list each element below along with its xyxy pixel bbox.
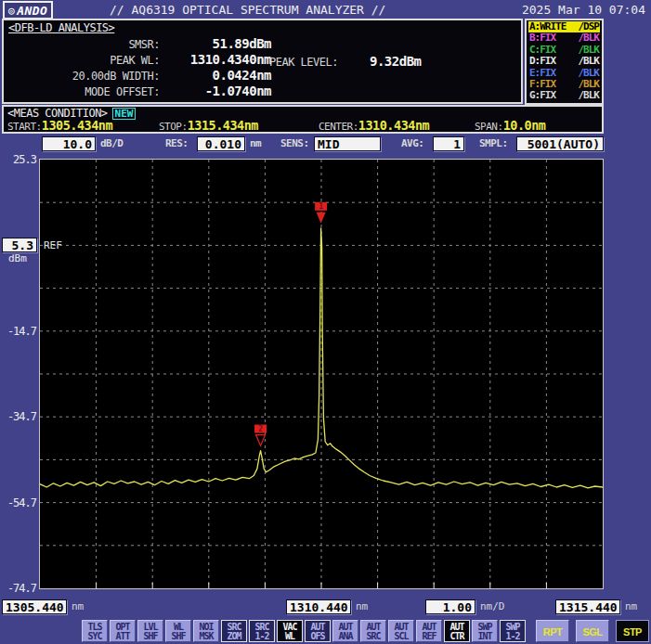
y-axis-label: -54.7: [1, 496, 36, 509]
analysis-row-value: 1310.4340nm: [160, 52, 271, 67]
average-label: AVG:: [401, 135, 424, 152]
trace-name: G:FIX: [529, 90, 555, 101]
softkey-noi-msk[interactable]: NOIMSK: [193, 620, 219, 642]
datetime-display: 2025 Mar 10 07:04: [522, 3, 645, 17]
sensitivity-label: SENS:: [280, 135, 309, 152]
meas-field: START:1305.434nm: [7, 118, 159, 133]
meas-field-value: 1315.434nm: [188, 118, 258, 133]
analysis-row-value: 0.0424nm: [160, 68, 271, 83]
x-axis-scale-unit: nm/D: [480, 599, 505, 615]
trace-row-b[interactable]: B:FIX/BLK: [528, 32, 600, 44]
meas-field-label: CENTER:: [319, 121, 358, 133]
meas-field-label: SPAN:: [475, 121, 503, 133]
analysis-row-label: PEAK WL:: [4, 54, 160, 67]
peak-level-label: PEAK LEVEL:: [269, 56, 338, 69]
softkey-label-line2: SCL: [389, 632, 413, 641]
resolution-label: RES:: [165, 135, 189, 152]
softkey-aut-ana[interactable]: AUTANA: [332, 620, 358, 642]
meas-field-label: START:: [7, 121, 42, 133]
softkey-aut-ctr[interactable]: AUTCTR: [444, 620, 470, 642]
softkey-src-zom[interactable]: SRCZOM: [221, 620, 247, 642]
softkey-label-line2: OFS: [306, 632, 330, 641]
analysis-row-label: MODE OFFSET:: [4, 85, 160, 98]
y-axis-label: -34.7: [1, 410, 36, 423]
ref-line-label: REF: [44, 239, 62, 251]
x-axis-scale-box: 1.00: [425, 599, 475, 614]
meas-field: CENTER:1310.434nm: [319, 118, 475, 133]
meas-condition-panel: <MEAS CONDITION> NEW START:1305.434nmSTO…: [2, 105, 604, 134]
y-axis-label: 25.3: [1, 153, 36, 166]
meas-field: STOP:1315.434nm: [159, 118, 319, 133]
x-axis-start-unit: nm: [72, 599, 84, 615]
softkey-aut-scl[interactable]: AUTSCL: [388, 620, 414, 642]
sensitivity-box[interactable]: MID: [314, 136, 381, 151]
sweep-key-stp[interactable]: STP: [616, 620, 649, 642]
softkey-label-line2: SRC: [361, 632, 385, 641]
softkey-label-line2: INT: [473, 632, 497, 641]
x-axis-start-box: 1305.440: [2, 599, 67, 614]
analysis-row-label: 20.00dB WIDTH:: [4, 70, 160, 83]
softkey-label-line2: SHF: [166, 632, 190, 641]
sampling-box[interactable]: 5001(AUTO): [516, 136, 604, 151]
analysis-row: PEAK WL:1310.4340nm: [4, 52, 282, 68]
softkey-lvl-shf[interactable]: LVLSHF: [137, 620, 163, 642]
trace-mode: /BLK: [579, 56, 600, 67]
dfb-ld-analysis-panel: <DFB-LD ANALYSIS> SMSR:51.89dBmPEAK WL:1…: [2, 19, 523, 104]
level-scale-box[interactable]: 10.0: [42, 136, 96, 151]
softkey-label-line2: ATT: [111, 632, 135, 641]
peak-level-readout: PEAK LEVEL: 9.32dBm: [269, 54, 422, 69]
softkey-label-line2: SYC: [83, 632, 107, 641]
sweep-key-sgl[interactable]: SGL: [576, 620, 609, 642]
ref-level-box[interactable]: 5.3: [2, 238, 37, 252]
softkey-opt-att[interactable]: OPTATT: [110, 620, 136, 642]
softkey-label-line2: CTR: [445, 632, 469, 641]
trace-a-line: [40, 228, 603, 488]
analysis-row-value: -1.0740nm: [160, 84, 271, 98]
softkey-tls-syc[interactable]: TLSSYC: [82, 620, 108, 642]
analysis-panel-title: <DFB-LD ANALYSIS>: [8, 21, 114, 34]
meas-field-value: 1305.434nm: [42, 118, 112, 133]
trace-row-g[interactable]: G:FIX/BLK: [528, 90, 600, 101]
softkey-toolbar: TLSSYCOPTATTLVLSHFWLSHFNOIMSKSRCZOMSRC1-…: [82, 620, 526, 642]
softkey-aut-ref[interactable]: AUTREF: [416, 620, 442, 642]
softkey-aut-ofs[interactable]: AUTOFS: [305, 620, 331, 642]
peak-marker: 1: [315, 202, 327, 224]
softkey-swp-int[interactable]: SWPINT: [472, 620, 498, 642]
trace-mode: /BLK: [579, 90, 600, 101]
softkey-wl-shf[interactable]: WLSHF: [165, 620, 191, 642]
meas-field: SPAN:10.0nm: [475, 118, 545, 133]
resolution-unit: nm: [250, 135, 261, 152]
meas-field-label: STOP:: [159, 121, 188, 133]
analysis-row-label: SMSR:: [4, 38, 160, 51]
analysis-row-value: 51.89dBm: [160, 36, 271, 51]
x-axis-stop-box: 1315.440: [555, 599, 620, 614]
softkey-swp-1-2[interactable]: SWP1-2: [500, 620, 526, 642]
softkey-label-line2: 1-2: [501, 632, 525, 641]
meas-condition-fields: START:1305.434nmSTOP:1315.434nmCENTER:13…: [7, 118, 545, 133]
softkey-aut-src[interactable]: AUTSRC: [360, 620, 386, 642]
spectrum-plot-svg: 12: [40, 160, 603, 588]
ando-logo-icon: ◎: [8, 5, 15, 17]
spectrum-plot: 12: [39, 159, 604, 589]
sweep-key-rpt[interactable]: RPT: [536, 620, 569, 642]
sweep-key-group: RPTSGLSTP: [536, 620, 649, 642]
svg-text:2: 2: [258, 425, 263, 433]
y-axis-label: -74.7: [1, 582, 36, 595]
softkey-src-1-2[interactable]: SRC1-2: [249, 620, 275, 642]
softkey-label-line2: ANA: [333, 632, 358, 641]
trace-status-panel: A:WRITE/DSPB:FIX/BLKC:FIX/BLKD:FIX/BLKE:…: [525, 19, 604, 105]
softkey-label-line2: 1-2: [250, 632, 274, 641]
average-box[interactable]: 1: [433, 136, 464, 151]
analysis-row: SMSR:51.89dBm: [4, 36, 282, 52]
y-axis-label: -14.7: [1, 325, 36, 338]
side-mode-marker: 2: [254, 425, 267, 446]
ref-level-unit: dBm: [8, 252, 27, 264]
softkey-label-line2: WL: [278, 632, 302, 641]
svg-text:1: 1: [319, 202, 323, 211]
softkey-vac-wl[interactable]: VACWL: [277, 620, 303, 642]
softkey-label-line2: MSK: [194, 632, 218, 641]
resolution-box[interactable]: 0.010: [197, 136, 245, 151]
x-axis-stop-unit: nm: [625, 599, 637, 615]
trace-name: B:FIX: [529, 32, 555, 44]
trace-row-d[interactable]: D:FIX/BLK: [528, 56, 600, 67]
